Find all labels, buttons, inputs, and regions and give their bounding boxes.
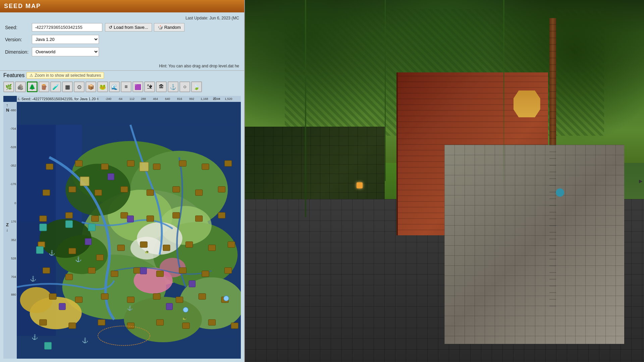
svg-rect-75 <box>127 323 134 328</box>
svg-rect-95 <box>88 224 95 231</box>
dimension-row: Dimension: Overworld Nether End <box>5 47 239 56</box>
svg-point-18 <box>130 237 163 259</box>
coord-z-6: 176 <box>11 220 16 223</box>
feature-icon-tree[interactable]: 🌲 <box>27 81 38 92</box>
feature-icon-grid[interactable]: ▦ <box>62 81 73 92</box>
svg-rect-71 <box>225 161 232 166</box>
biome-map-svg: ⚓ ⚓ ⚓ ⚓ ⚓ ⚓ 🐢 🐢 <box>17 102 241 359</box>
coord-z-7: 352 <box>11 238 16 242</box>
lantern <box>357 182 363 188</box>
svg-rect-60 <box>147 190 154 195</box>
coord-x-14: 992 <box>189 97 194 101</box>
svg-text:🐢: 🐢 <box>145 250 149 254</box>
feature-icon-leaf[interactable]: 🍃 <box>191 81 202 92</box>
svg-text:⚓: ⚓ <box>32 334 38 340</box>
svg-rect-104 <box>80 177 89 186</box>
feature-icon-ruins[interactable]: 🏚 <box>156 81 167 92</box>
feature-icon-desert[interactable]: 🏜 <box>144 81 155 92</box>
coord-z-4: -176 <box>10 182 16 186</box>
x-axis-label: X → <box>214 97 221 101</box>
svg-rect-34 <box>111 271 118 277</box>
feature-icon-purple[interactable]: 🟪 <box>132 81 143 92</box>
coord-x-9: 112 <box>129 97 135 101</box>
last-update: Last Update: Jun 6, 2023 (MC <box>5 16 239 20</box>
feature-icon-water[interactable]: 🌊 <box>109 81 120 92</box>
load-save-button[interactable]: ↺ Load from Save... <box>105 23 152 32</box>
svg-rect-78 <box>208 319 215 325</box>
svg-rect-76 <box>156 319 163 325</box>
feature-icon-frog[interactable]: 🐸 <box>97 81 108 92</box>
svg-rect-86 <box>189 281 195 287</box>
feature-icon-grass[interactable]: 🌿 <box>3 81 14 92</box>
svg-rect-97 <box>44 342 51 349</box>
coord-x-8: -64 <box>118 97 122 101</box>
controls-area: Last Update: Jun 6, 2023 (MC Seed: ↺ Loa… <box>0 12 244 63</box>
coord-x-11: 464 <box>153 97 158 101</box>
svg-point-100 <box>183 307 188 312</box>
svg-rect-35 <box>134 267 141 273</box>
z-axis-label: Z↓ <box>6 222 9 232</box>
random-icon: 🎲 <box>158 25 163 30</box>
svg-text:🐢: 🐢 <box>182 316 187 320</box>
svg-rect-85 <box>85 238 91 245</box>
feature-icons-row: 🌿🪨🌲🪵🧪▦⊙📦🐸🌊≡🟪🏜🏚⚓○🍃▶ <box>0 80 244 94</box>
map-area[interactable]: Seed: -4227729365150342155, for Java 1.2… <box>3 96 241 359</box>
feature-icon-stone[interactable]: 🪨 <box>15 81 26 92</box>
minecraft-screenshot-panel <box>245 0 644 362</box>
version-label: Version: <box>5 37 32 42</box>
feature-icon-moon[interactable]: ○ <box>179 81 190 92</box>
svg-rect-70 <box>202 164 209 170</box>
svg-rect-37 <box>179 267 186 273</box>
feature-icon-wood[interactable]: 🪵 <box>39 81 49 92</box>
svg-rect-73 <box>69 323 76 328</box>
svg-rect-29 <box>208 245 215 251</box>
svg-rect-65 <box>75 161 82 166</box>
coord-x-12: 640 <box>165 97 170 101</box>
feature-icon-bottle[interactable]: 🧪 <box>50 81 61 92</box>
random-button[interactable]: 🎲 Random <box>154 23 184 32</box>
feature-icon-lines[interactable]: ≡ <box>121 81 131 92</box>
svg-rect-52 <box>147 216 154 221</box>
svg-text:⚓: ⚓ <box>82 337 89 344</box>
warning-icon: ⚠ <box>30 73 33 78</box>
load-save-icon: ↺ <box>109 25 112 30</box>
coord-x-10: 288 <box>141 97 146 101</box>
seed-label: Seed: <box>5 25 32 30</box>
pole-texture <box>549 18 556 308</box>
vine-2 <box>385 0 386 181</box>
map-seed-label: Seed: -4227729365150342155, for Java 1.2… <box>20 97 97 101</box>
seed-input[interactable] <box>32 23 102 32</box>
map-canvas[interactable]: ⚓ ⚓ ⚓ ⚓ ⚓ ⚓ 🐢 🐢 <box>17 102 241 359</box>
svg-rect-82 <box>140 267 147 274</box>
svg-rect-44 <box>153 294 160 299</box>
compass: ↑N <box>6 103 9 113</box>
minecraft-scene <box>245 0 644 362</box>
svg-rect-103 <box>140 162 149 171</box>
zoom-warning-badge[interactable]: ⚠ Zoom in to show all selected features <box>26 72 104 79</box>
svg-rect-27 <box>163 245 170 251</box>
dimension-select[interactable]: Overworld Nether End <box>32 47 99 56</box>
svg-rect-69 <box>179 161 186 166</box>
svg-rect-94 <box>65 221 72 228</box>
zoom-warning-text: Zoom in to show all selected features <box>35 73 101 78</box>
title-bar: SEED MAP <box>0 0 244 12</box>
svg-rect-68 <box>153 164 160 170</box>
svg-rect-93 <box>40 224 47 231</box>
svg-rect-49 <box>65 213 72 218</box>
features-label: Features <box>3 72 24 78</box>
svg-rect-51 <box>121 213 128 218</box>
svg-rect-66 <box>101 164 108 170</box>
version-select[interactable]: Java 1.20 Java 1.19 Java 1.18 Bedrock 1.… <box>32 35 99 44</box>
features-bar: Features ⚠ Zoom in to show all selected … <box>0 70 244 80</box>
svg-rect-72 <box>40 319 47 325</box>
feature-icon-circle[interactable]: ⊙ <box>74 81 85 92</box>
feature-icon-anchor[interactable]: ⚓ <box>168 81 178 92</box>
svg-rect-38 <box>202 271 209 277</box>
version-row: Version: Java 1.20 Java 1.19 Java 1.18 B… <box>5 35 239 44</box>
feature-icon-chest[interactable]: 📦 <box>86 81 96 92</box>
svg-rect-45 <box>176 297 183 302</box>
svg-rect-80 <box>108 174 114 180</box>
svg-rect-41 <box>75 297 82 302</box>
hint-bar: Hint: You can also drag and drop level.d… <box>0 63 244 70</box>
svg-rect-77 <box>182 323 190 328</box>
